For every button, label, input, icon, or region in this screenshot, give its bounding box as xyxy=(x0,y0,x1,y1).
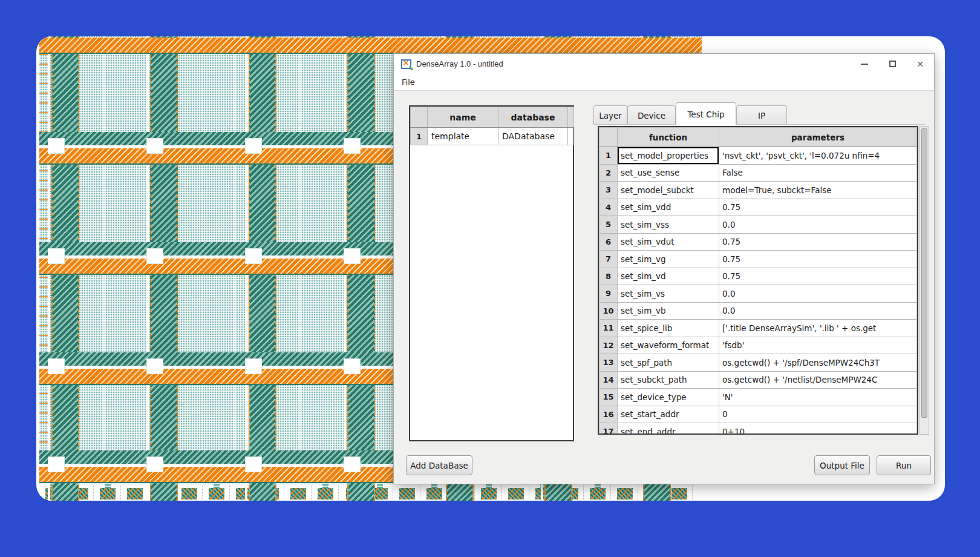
close-button[interactable]: ✕ xyxy=(906,54,934,74)
fn-header-parameters[interactable]: parameters xyxy=(719,128,917,147)
window-controls: ✕ xyxy=(851,54,934,74)
menu-file[interactable]: File xyxy=(396,75,420,89)
parameters-cell[interactable]: 'N' xyxy=(719,389,917,406)
function-cell[interactable]: set_use_sense xyxy=(618,164,719,182)
row-number[interactable]: 17 xyxy=(599,423,618,435)
row-number[interactable]: 1 xyxy=(599,147,618,165)
row-number[interactable]: 16 xyxy=(599,406,618,423)
function-cell[interactable]: set_sim_vb xyxy=(618,302,719,320)
scrollbar-thumb[interactable] xyxy=(921,128,927,418)
function-cell[interactable]: set_sim_vdut xyxy=(618,233,719,251)
run-button[interactable]: Run xyxy=(877,455,931,475)
function-table-scrollbar[interactable] xyxy=(920,126,929,435)
parameters-cell[interactable]: 0.75 xyxy=(719,233,917,251)
parameters-cell[interactable]: os.getcwd() + '/netlist/DenseMPW24C xyxy=(719,371,917,389)
function-cell[interactable]: set_sim_vss xyxy=(618,216,719,234)
row-number[interactable]: 14 xyxy=(599,371,618,389)
fn-header-function[interactable]: function xyxy=(618,128,719,147)
chip-pad xyxy=(209,488,224,499)
chip-pad-separator xyxy=(692,486,693,499)
parameters-cell[interactable]: 'nsvt_ckt', 'psvt_ckt', 'l=0.072u nfin=4 xyxy=(719,147,917,165)
parameters-cell[interactable]: 0.0 xyxy=(719,285,917,303)
function-cell[interactable]: set_sim_vg xyxy=(618,251,719,268)
row-number[interactable]: 13 xyxy=(599,354,618,372)
parameters-cell[interactable]: 0.75 xyxy=(719,268,917,285)
db-header-filler xyxy=(568,107,574,128)
function-cell[interactable]: set_sim_vs xyxy=(618,285,719,303)
database-table: name database 1 template DADatabase xyxy=(409,105,574,441)
window-title: DenseArray 1.0 - untitled xyxy=(416,59,503,68)
maximize-button[interactable] xyxy=(878,54,906,74)
parameters-cell[interactable]: 0.0 xyxy=(719,216,917,234)
row-number[interactable]: 2 xyxy=(599,164,618,182)
output-file-button[interactable]: Output File xyxy=(814,455,870,475)
db-header-name[interactable]: name xyxy=(428,107,498,128)
chip-sq xyxy=(344,456,361,472)
function-table-row: 17 set_end_addr 0+10 xyxy=(599,423,917,435)
row-number[interactable]: 8 xyxy=(599,268,618,285)
row-number[interactable]: 3 xyxy=(599,182,618,199)
function-cell[interactable]: set_sim_vdd xyxy=(618,199,719,216)
parameters-cell[interactable]: 'fsdb' xyxy=(719,337,917,354)
function-table-row: 6 set_sim_vdut 0.75 xyxy=(599,233,917,251)
chip-pad xyxy=(290,488,306,499)
minimize-button[interactable] xyxy=(851,54,878,74)
db-header-database[interactable]: database xyxy=(498,107,568,128)
row-number[interactable]: 12 xyxy=(599,337,618,354)
parameters-cell[interactable]: 0 xyxy=(719,406,917,423)
chip-sq xyxy=(245,138,262,154)
function-table-row: 16 set_start_addr 0 xyxy=(599,406,917,423)
chip-pad-stem xyxy=(322,483,328,488)
chip-sq xyxy=(48,358,65,374)
function-cell[interactable]: set_subckt_path xyxy=(618,371,719,389)
chip-sq xyxy=(48,248,65,264)
parameters-cell[interactable]: os.getcwd() + '/spf/DenseMPW24Ch3T xyxy=(719,354,917,372)
row-number[interactable]: 6 xyxy=(599,233,618,251)
chip-pad-separator xyxy=(529,486,529,499)
db-name-cell[interactable]: template xyxy=(428,128,498,145)
chip-pad xyxy=(127,488,143,499)
add-database-button[interactable]: Add DataBase xyxy=(406,455,472,475)
function-cell[interactable]: set_spf_path xyxy=(618,354,719,372)
function-cell[interactable]: set_start_addr xyxy=(618,406,719,423)
parameters-cell[interactable]: False xyxy=(719,164,917,182)
function-cell[interactable]: set_sim_vd xyxy=(618,268,719,285)
parameters-cell[interactable]: 0+10 xyxy=(719,423,917,435)
row-number[interactable]: 9 xyxy=(599,285,618,303)
tab-device[interactable]: Device xyxy=(627,105,676,125)
row-number[interactable]: 15 xyxy=(599,389,618,406)
minimize-icon xyxy=(861,64,868,65)
function-cell[interactable]: set_end_addr xyxy=(618,423,719,435)
parameters-cell[interactable]: 0.0 xyxy=(719,302,917,320)
function-table-row: 9 set_sim_vs 0.0 xyxy=(599,285,917,303)
row-number[interactable]: 11 xyxy=(599,320,618,337)
chip-sq xyxy=(146,138,163,154)
chip-pad xyxy=(100,488,116,499)
row-number[interactable]: 5 xyxy=(599,216,618,234)
chip-pad xyxy=(590,488,606,499)
parameters-cell[interactable]: ['.title DenseArraySim', '.lib ' + os.ge… xyxy=(719,320,917,337)
row-number[interactable]: 10 xyxy=(599,302,618,320)
close-icon: ✕ xyxy=(916,59,924,69)
parameters-cell[interactable]: 0.75 xyxy=(719,251,917,268)
chip-pad-separator xyxy=(311,486,312,499)
app-window: ✕ ➘ DenseArray 1.0 - untitled ✕ File nam… xyxy=(393,53,935,484)
parameters-cell[interactable]: model=True, subckt=False xyxy=(719,182,917,199)
function-cell[interactable]: set_model_properties xyxy=(618,147,719,165)
tab-layer[interactable]: Layer xyxy=(593,105,627,125)
tab-test-chip[interactable]: Test Chip xyxy=(676,102,736,125)
function-table-row: 13 set_spf_path os.getcwd() + '/spf/Dens… xyxy=(599,354,917,372)
chip-pad xyxy=(399,488,415,499)
function-table-row: 1 set_model_properties 'nsvt_ckt', 'psvt… xyxy=(599,147,917,165)
function-cell[interactable]: set_model_subckt xyxy=(618,182,719,199)
parameters-cell[interactable]: 0.75 xyxy=(719,199,917,216)
row-number[interactable]: 1 xyxy=(411,128,428,145)
chip-pad-separator xyxy=(93,486,94,499)
row-number[interactable]: 7 xyxy=(599,251,618,268)
db-database-cell[interactable]: DADatabase xyxy=(498,128,568,145)
tab-ip[interactable]: IP xyxy=(736,105,787,125)
function-cell[interactable]: set_spice_lib xyxy=(618,320,719,337)
row-number[interactable]: 4 xyxy=(599,199,618,216)
function-cell[interactable]: set_device_type xyxy=(618,389,719,406)
function-cell[interactable]: set_waveform_format xyxy=(618,337,719,354)
